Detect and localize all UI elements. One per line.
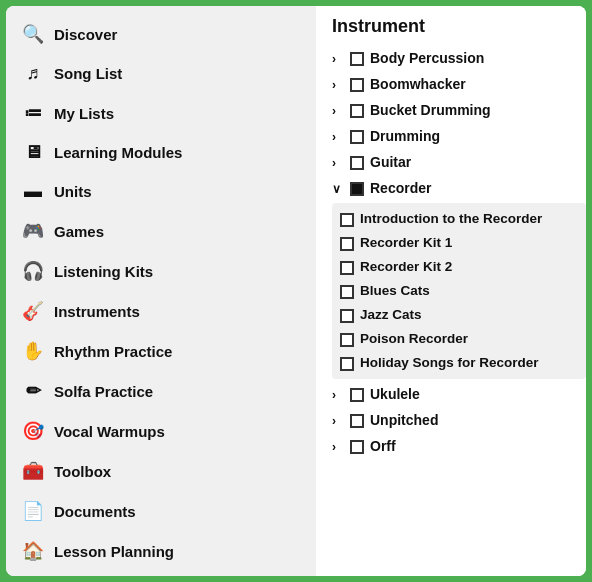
chevron-recorder: ∨ bbox=[332, 182, 344, 196]
chevron-unpitched: › bbox=[332, 414, 344, 428]
sidebar-item-song-list[interactable]: ♬Song List bbox=[6, 54, 316, 93]
vocal-warmups-icon: 🎯 bbox=[22, 420, 44, 442]
recorder-child-blues-cats[interactable]: Blues Cats bbox=[332, 279, 586, 303]
main-container: 🔍Discover♬Song List≔My Lists🖥Learning Mo… bbox=[6, 6, 586, 576]
sidebar-item-label-song-list: Song List bbox=[54, 65, 122, 82]
recorder-child-holiday-songs[interactable]: Holiday Songs for Recorder bbox=[332, 351, 586, 375]
checkbox-ukulele[interactable] bbox=[350, 388, 364, 402]
sidebar-item-games[interactable]: 🎮Games bbox=[6, 211, 316, 251]
sidebar-item-label-lesson-planning: Lesson Planning bbox=[54, 543, 174, 560]
instrument-label-bucket-drumming: Bucket Drumming bbox=[370, 102, 491, 118]
checkbox-body-percussion[interactable] bbox=[350, 52, 364, 66]
checkbox-blues-cats[interactable] bbox=[340, 285, 354, 299]
rhythm-practice-icon: ✋ bbox=[22, 340, 44, 362]
recorder-child-recorder-kit-1[interactable]: Recorder Kit 1 bbox=[332, 231, 586, 255]
sidebar-item-label-rhythm-practice: Rhythm Practice bbox=[54, 343, 172, 360]
sidebar-item-units[interactable]: ▬Units bbox=[6, 172, 316, 211]
games-icon: 🎮 bbox=[22, 220, 44, 242]
my-lists-icon: ≔ bbox=[22, 102, 44, 124]
instrument-item-unpitched[interactable]: ›Unpitched bbox=[328, 407, 586, 433]
checkbox-jazz-cats[interactable] bbox=[340, 309, 354, 323]
sidebar-item-label-learning-modules: Learning Modules bbox=[54, 144, 182, 161]
recorder-child-label-blues-cats: Blues Cats bbox=[360, 283, 430, 298]
sidebar-item-vocal-warmups[interactable]: 🎯Vocal Warmups bbox=[6, 411, 316, 451]
checkbox-recorder-kit-1[interactable] bbox=[340, 237, 354, 251]
checkbox-intro-recorder[interactable] bbox=[340, 213, 354, 227]
sidebar-item-label-discover: Discover bbox=[54, 26, 117, 43]
recorder-child-label-recorder-kit-1: Recorder Kit 1 bbox=[360, 235, 452, 250]
sidebar-item-documents[interactable]: 📄Documents bbox=[6, 491, 316, 531]
listening-kits-icon: 🎧 bbox=[22, 260, 44, 282]
sidebar-item-rhythm-practice[interactable]: ✋Rhythm Practice bbox=[6, 331, 316, 371]
sidebar-item-label-toolbox: Toolbox bbox=[54, 463, 111, 480]
recorder-child-label-recorder-kit-2: Recorder Kit 2 bbox=[360, 259, 452, 274]
sidebar-item-learning-modules[interactable]: 🖥Learning Modules bbox=[6, 133, 316, 172]
right-panel: Instrument ›Body Percussion›Boomwhacker›… bbox=[316, 6, 586, 576]
instrument-item-drumming[interactable]: ›Drumming bbox=[328, 123, 586, 149]
recorder-child-recorder-kit-2[interactable]: Recorder Kit 2 bbox=[332, 255, 586, 279]
checkbox-drumming[interactable] bbox=[350, 130, 364, 144]
recorder-child-label-jazz-cats: Jazz Cats bbox=[360, 307, 422, 322]
chevron-guitar: › bbox=[332, 156, 344, 170]
discover-icon: 🔍 bbox=[22, 23, 44, 45]
recorder-child-intro-recorder[interactable]: Introduction to the Recorder bbox=[332, 207, 586, 231]
instrument-item-bucket-drumming[interactable]: ›Bucket Drumming bbox=[328, 97, 586, 123]
sidebar-item-discover[interactable]: 🔍Discover bbox=[6, 14, 316, 54]
checkbox-guitar[interactable] bbox=[350, 156, 364, 170]
sidebar-item-label-solfa-practice: Solfa Practice bbox=[54, 383, 153, 400]
sidebar-item-instruments[interactable]: 🎸Instruments bbox=[6, 291, 316, 331]
chevron-bucket-drumming: › bbox=[332, 104, 344, 118]
instrument-label-ukulele: Ukulele bbox=[370, 386, 420, 402]
chevron-boomwhacker: › bbox=[332, 78, 344, 92]
sidebar-item-lesson-planning[interactable]: 🏠Lesson Planning bbox=[6, 531, 316, 571]
checkbox-boomwhacker[interactable] bbox=[350, 78, 364, 92]
checkbox-orff[interactable] bbox=[350, 440, 364, 454]
sidebar-item-solfa-practice[interactable]: ✏Solfa Practice bbox=[6, 371, 316, 411]
panel-title: Instrument bbox=[328, 16, 586, 37]
toolbox-icon: 🧰 bbox=[22, 460, 44, 482]
recorder-child-label-holiday-songs: Holiday Songs for Recorder bbox=[360, 355, 539, 370]
instrument-item-orff[interactable]: ›Orff bbox=[328, 433, 586, 459]
checkbox-poison-recorder[interactable] bbox=[340, 333, 354, 347]
song-list-icon: ♬ bbox=[22, 63, 44, 84]
instruments-icon: 🎸 bbox=[22, 300, 44, 322]
checkbox-holiday-songs[interactable] bbox=[340, 357, 354, 371]
checkbox-unpitched[interactable] bbox=[350, 414, 364, 428]
chevron-body-percussion: › bbox=[332, 52, 344, 66]
learning-modules-icon: 🖥 bbox=[22, 142, 44, 163]
checkbox-recorder[interactable] bbox=[350, 182, 364, 196]
instrument-item-guitar[interactable]: ›Guitar bbox=[328, 149, 586, 175]
sidebar-item-label-listening-kits: Listening Kits bbox=[54, 263, 153, 280]
chevron-ukulele: › bbox=[332, 388, 344, 402]
instrument-item-ukulele[interactable]: ›Ukulele bbox=[328, 381, 586, 407]
sidebar-item-toolbox[interactable]: 🧰Toolbox bbox=[6, 451, 316, 491]
sidebar-item-listening-kits[interactable]: 🎧Listening Kits bbox=[6, 251, 316, 291]
sidebar-item-label-games: Games bbox=[54, 223, 104, 240]
lesson-planning-icon: 🏠 bbox=[22, 540, 44, 562]
sidebar-item-label-documents: Documents bbox=[54, 503, 136, 520]
sidebar: 🔍Discover♬Song List≔My Lists🖥Learning Mo… bbox=[6, 6, 316, 576]
units-icon: ▬ bbox=[22, 181, 44, 202]
chevron-drumming: › bbox=[332, 130, 344, 144]
recorder-child-jazz-cats[interactable]: Jazz Cats bbox=[332, 303, 586, 327]
recorder-child-poison-recorder[interactable]: Poison Recorder bbox=[332, 327, 586, 351]
documents-icon: 📄 bbox=[22, 500, 44, 522]
instrument-item-boomwhacker[interactable]: ›Boomwhacker bbox=[328, 71, 586, 97]
instrument-label-body-percussion: Body Percussion bbox=[370, 50, 484, 66]
recorder-child-label-poison-recorder: Poison Recorder bbox=[360, 331, 468, 346]
instrument-label-guitar: Guitar bbox=[370, 154, 411, 170]
instrument-label-drumming: Drumming bbox=[370, 128, 440, 144]
recorder-child-label-intro-recorder: Introduction to the Recorder bbox=[360, 211, 542, 226]
sidebar-item-my-lists[interactable]: ≔My Lists bbox=[6, 93, 316, 133]
sidebar-item-label-my-lists: My Lists bbox=[54, 105, 114, 122]
checkbox-recorder-kit-2[interactable] bbox=[340, 261, 354, 275]
sidebar-item-label-units: Units bbox=[54, 183, 92, 200]
instrument-label-boomwhacker: Boomwhacker bbox=[370, 76, 466, 92]
instrument-item-recorder[interactable]: ∨Recorder bbox=[328, 175, 586, 201]
checkbox-bucket-drumming[interactable] bbox=[350, 104, 364, 118]
instrument-label-orff: Orff bbox=[370, 438, 396, 454]
sidebar-item-label-vocal-warmups: Vocal Warmups bbox=[54, 423, 165, 440]
instrument-label-recorder: Recorder bbox=[370, 180, 431, 196]
instrument-item-body-percussion[interactable]: ›Body Percussion bbox=[328, 45, 586, 71]
sidebar-item-label-instruments: Instruments bbox=[54, 303, 140, 320]
